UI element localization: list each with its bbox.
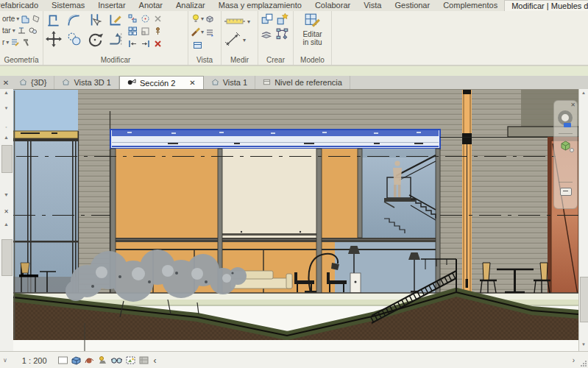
zoom-tool-icon[interactable] (560, 188, 572, 196)
cut-geometry-row[interactable]: orte ▾ (2, 13, 40, 24)
expand-bar-icon[interactable]: › (573, 356, 575, 364)
scrollbar-thumb[interactable] (1, 145, 13, 173)
show-crop-region-icon[interactable] (138, 355, 149, 365)
disallow-join-icon[interactable] (152, 13, 163, 24)
paste-row[interactable]: tar ▾ (2, 24, 40, 36)
roller-shade-cream[interactable] (222, 149, 316, 238)
wall-joins-icon[interactable] (28, 26, 38, 35)
scrollbar-thumb[interactable] (580, 277, 588, 322)
scroll-up-icon[interactable]: ▲ (0, 135, 13, 140)
dimension-tool[interactable]: ▾ (224, 30, 255, 49)
detail-level-icon[interactable] (57, 355, 68, 365)
view-tab-seccion-2[interactable]: Sección 2 ✕ (119, 76, 204, 89)
copy-icon[interactable] (66, 31, 82, 47)
edit-in-place-button[interactable]: Editar in situ (296, 13, 329, 46)
scroll-down-icon[interactable]: ▼ (579, 342, 588, 347)
visual-style-icon[interactable] (71, 355, 82, 365)
split-icon[interactable] (87, 13, 103, 29)
roller-shade-orange-left[interactable] (116, 149, 218, 238)
view-cube-icon[interactable] (559, 139, 572, 155)
ribbon-tab-complementos[interactable]: Complementos (436, 0, 504, 11)
linework-brush-icon[interactable]: ▾ (191, 26, 204, 38)
panel-label-crear[interactable]: Crear (258, 56, 293, 65)
offset-icon[interactable] (66, 13, 82, 29)
reveal-hidden-glasses-icon[interactable] (110, 355, 123, 365)
scroll-up-icon[interactable]: ▲ (0, 90, 13, 95)
view-tab-nivel-referencia[interactable]: Nivel de referencia (255, 76, 350, 89)
roller-shade-orange-right[interactable] (322, 149, 358, 238)
ribbon-tab-modificar-contextual[interactable]: Modificar | Muebles de obra (504, 0, 588, 12)
ribbon-tab-gestionar[interactable]: Gestionar (388, 0, 436, 11)
view-tab-vista-3d-1[interactable]: Vista 3D 1 (54, 76, 119, 89)
ribbon-tab-prefabricado[interactable]: refabricado (0, 0, 45, 11)
cube-option-dot[interactable] (570, 148, 574, 152)
close-icon[interactable]: ✕ (0, 208, 13, 215)
array-radial-icon[interactable] (140, 13, 151, 24)
create-parts-icon[interactable] (276, 28, 289, 41)
ribbon-tab-analizar[interactable]: Analizar (169, 0, 212, 11)
cut-geometry-icon[interactable] (32, 14, 41, 24)
caret-down-icon[interactable]: ▾ (0, 105, 13, 111)
create-group-icon[interactable] (261, 13, 274, 26)
join-icon[interactable] (17, 26, 26, 35)
delete-icon[interactable] (152, 38, 163, 49)
close-tab-icon[interactable]: ✕ (189, 79, 195, 87)
drawing-area[interactable] (13, 89, 578, 351)
cope-icon[interactable] (21, 14, 30, 24)
matrix-icon[interactable] (127, 25, 138, 37)
scroll-down-icon[interactable]: ▼ (0, 192, 13, 197)
demolish-hammer-icon[interactable] (21, 38, 31, 47)
trim-extend-icon[interactable] (107, 13, 124, 29)
scrollbar-thumb[interactable] (1, 239, 13, 276)
align-icon[interactable] (46, 13, 62, 29)
thin-lines-icon[interactable] (205, 26, 215, 38)
vertical-scrollbar[interactable]: ▲ ▼ (578, 89, 588, 351)
panel-label-medir[interactable]: Medir (222, 56, 258, 65)
wood-post[interactable] (462, 89, 472, 297)
beam-join-icon[interactable] (10, 38, 20, 47)
view-window-icon[interactable] (191, 39, 204, 52)
array-linear-icon[interactable] (127, 13, 138, 24)
navigation-bar[interactable]: ✕ (553, 100, 578, 209)
rotate-icon[interactable] (87, 31, 103, 47)
ribbon-tab-colaborar[interactable]: Colaborar (308, 0, 357, 11)
scale-control[interactable]: 1 : 200 (19, 355, 50, 366)
mirror-icon[interactable] (107, 31, 124, 47)
close-icon[interactable]: ✕ (570, 102, 575, 108)
header-beam[interactable] (110, 130, 440, 149)
resize-grip[interactable] (580, 361, 587, 367)
ribbon-tab-sistemas[interactable]: Sistemas (45, 0, 91, 11)
palette-chevron-icon[interactable]: ∨ (3, 357, 7, 364)
scale-icon[interactable] (140, 25, 151, 37)
align-right-icon[interactable] (140, 38, 151, 49)
sun-path-icon[interactable] (84, 355, 95, 365)
measure-tool[interactable]: ▾ (224, 13, 255, 30)
lightbulb-icon[interactable]: ▾ (191, 13, 204, 25)
ribbon-tab-anotar[interactable]: Anotar (132, 0, 169, 11)
view-tab-3d[interactable]: {3D} (12, 76, 54, 89)
panel-label-modelo[interactable]: Modelo (294, 56, 331, 65)
shadows-icon[interactable] (97, 355, 108, 365)
ribbon-tab-vista[interactable]: Vista (357, 0, 388, 11)
ribbon-tab-insertar[interactable]: Insertar (91, 0, 132, 11)
move-icon[interactable] (46, 31, 62, 47)
close-view-icon[interactable]: ✕ (0, 76, 12, 89)
create-similar-icon[interactable] (276, 13, 289, 26)
beam-row[interactable]: r ▾ (2, 36, 40, 48)
panel-label-geometria[interactable]: Geometría (0, 56, 43, 65)
render-box-icon[interactable] (205, 13, 215, 25)
panel-label-modificar[interactable]: Modificar (43, 56, 188, 65)
collapse-bar-icon[interactable]: ‹ (154, 355, 157, 366)
section-view-canvas[interactable] (13, 89, 578, 351)
view-tab-vista-1[interactable]: Vista 1 (204, 76, 255, 89)
crop-view-icon[interactable] (125, 355, 136, 365)
left-window[interactable] (13, 131, 78, 294)
scroll-up-icon[interactable]: ▲ (0, 222, 13, 227)
ribbon-tab-masa[interactable]: Masa y emplazamiento (212, 0, 308, 11)
left-palette-strip[interactable]: ▲ ▾ ◦ ▲ ▼ ✕ ▲ (0, 89, 14, 351)
create-assembly-icon[interactable] (261, 28, 274, 41)
align-left-icon[interactable] (127, 38, 138, 49)
pin-icon[interactable] (152, 25, 163, 37)
panel-label-vista[interactable]: Vista (188, 56, 221, 65)
scroll-up-icon[interactable]: ▲ (579, 91, 588, 95)
